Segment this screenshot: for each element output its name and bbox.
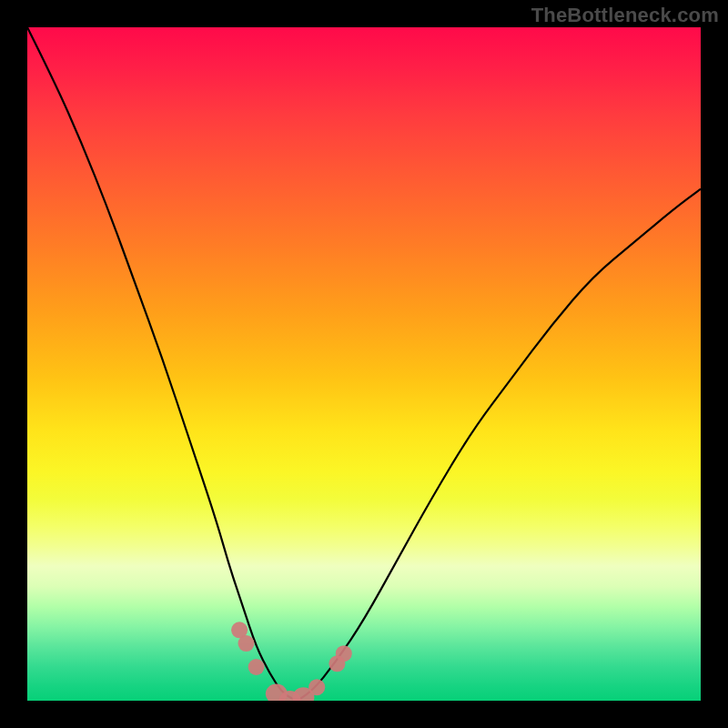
plot-area: [27, 27, 701, 701]
curve-right-branch: [297, 189, 701, 701]
marker-point: [308, 679, 325, 695]
curve-left-branch: [27, 27, 297, 701]
marker-point: [336, 645, 352, 662]
curve-svg: [27, 27, 701, 701]
watermark-text: TheBottleneck.com: [531, 4, 719, 27]
markers-group: [231, 622, 352, 701]
outer-frame: TheBottleneck.com: [0, 0, 728, 728]
marker-point: [238, 635, 255, 652]
marker-point: [248, 659, 265, 675]
